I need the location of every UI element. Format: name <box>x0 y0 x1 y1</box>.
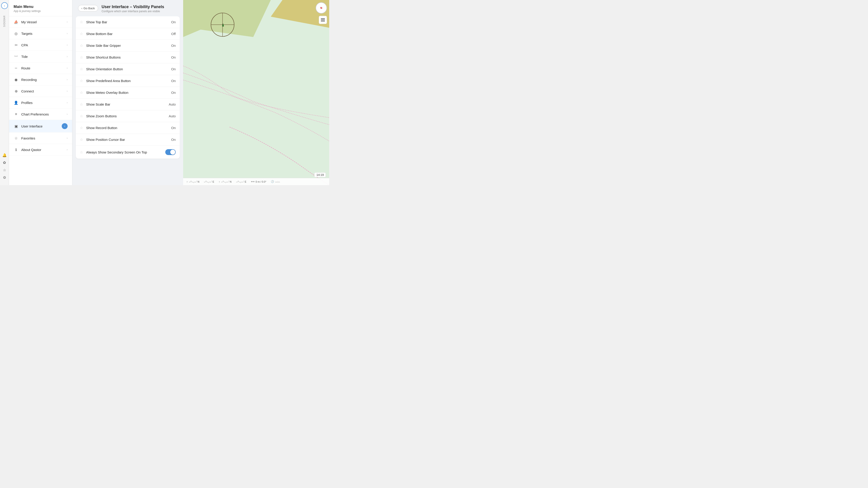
connect-icon: ⊕ <box>13 89 19 94</box>
sidebar-item-tide[interactable]: 〰Tide› <box>9 51 72 62</box>
svg-rect-6 <box>321 21 325 22</box>
show-zoom-buttons-label: Show Zoom Buttons <box>86 114 169 118</box>
sidebar-item-targets[interactable]: ◎Targets› <box>9 28 72 39</box>
show-side-bar-gripper-star-icon[interactable]: ☆ <box>80 43 83 48</box>
bell-icon[interactable]: 🔔 <box>1 152 8 158</box>
svg-rect-4 <box>321 18 325 19</box>
setting-row-show-orientation-button[interactable]: ☆Show Orientation ButtonOn <box>76 63 180 75</box>
sidebar-item-chart-preferences[interactable]: ≡Chart Preferences› <box>9 108 72 120</box>
route-label: Route <box>21 66 67 70</box>
menu-header: Main Menu App & journey settings <box>9 0 72 16</box>
favorites-label: Favorites <box>21 136 67 140</box>
left-menu-panel: Main Menu App & journey settings ⛵My Ves… <box>9 0 72 185</box>
my-vessel-chevron-icon: › <box>67 20 68 24</box>
menu-items-container: ⛵My Vessel›◎Targets›✂CPA›〰Tide›↔Route›◉R… <box>9 16 72 156</box>
show-scale-bar-label: Show Scale Bar <box>86 102 169 106</box>
show-predefined-area-button-value: On <box>171 79 176 83</box>
show-meteo-overlay-button-star-icon[interactable]: ☆ <box>80 90 83 95</box>
show-bottom-bar-label: Show Bottom Bar <box>86 32 171 36</box>
setting-row-show-bottom-bar[interactable]: ☆Show Bottom BarOff <box>76 28 180 40</box>
map-coord-3: ↑ --°--,---' N <box>219 181 231 183</box>
map-layers-button[interactable] <box>319 16 327 24</box>
coord4-value: --°--,---' E <box>236 181 246 183</box>
map-compass[interactable]: N <box>316 2 327 13</box>
my-vessel-icon: ⛵ <box>13 20 19 24</box>
targets-chevron-icon: › <box>67 32 68 35</box>
menu-title: Main Menu <box>13 4 68 9</box>
go-back-chevron: ‹ <box>82 6 82 10</box>
user-interface-active-indicator: › <box>62 123 68 129</box>
center-header: ‹ Go Back User Interface – Visibility Pa… <box>72 0 183 16</box>
coord1-value: --°--,---' N <box>189 181 199 183</box>
cpa-icon: ✂ <box>13 42 19 47</box>
expand-sidebar-button[interactable]: › <box>1 2 8 9</box>
time-value: ---:-- <box>275 181 280 183</box>
map-time: 🕐 ---:-- <box>271 180 280 183</box>
map-coord-2: --°--,---' E <box>204 181 214 183</box>
tide-label: Tide <box>21 55 67 59</box>
show-scale-bar-star-icon[interactable]: ☆ <box>80 102 83 106</box>
sidebar-item-profiles[interactable]: 👤Profiles› <box>9 97 72 108</box>
recording-label: Recording <box>21 78 67 82</box>
setting-row-show-meteo-overlay-button[interactable]: ☆Show Meteo Overlay ButtonOn <box>76 87 180 99</box>
show-zoom-buttons-value: Auto <box>169 114 176 118</box>
profiles-label: Profiles <box>21 101 67 105</box>
targets-icon: ◎ <box>13 31 19 36</box>
chart-preferences-label: Chart Preferences <box>21 112 67 116</box>
coord3-icon: ↑ <box>219 181 220 183</box>
settings-bottom-icon[interactable]: ⚙ <box>1 174 8 181</box>
targets-label: Targets <box>21 32 67 35</box>
setting-row-show-predefined-area-button[interactable]: ☆Show Predefined Area ButtonOn <box>76 75 180 87</box>
setting-row-show-scale-bar[interactable]: ☆Show Scale BarAuto <box>76 99 180 110</box>
show-shortcut-buttons-star-icon[interactable]: ☆ <box>80 55 83 60</box>
coord2-value: --°--,---' E <box>204 181 214 183</box>
star-bottom-icon[interactable]: ☆ <box>1 167 8 173</box>
show-top-bar-label: Show Top Bar <box>86 20 171 24</box>
sidebar-item-cpa[interactable]: ✂CPA› <box>9 39 72 51</box>
always-show-secondary-screen-toggle[interactable] <box>165 149 176 155</box>
tide-icon: 〰 <box>13 54 19 59</box>
setting-row-always-show-secondary-screen[interactable]: ☆Always Show Secondary Screen On Top <box>76 145 180 159</box>
setting-row-show-shortcut-buttons[interactable]: ☆Show Shortcut ButtonsOn <box>76 52 180 63</box>
sidebar-item-user-interface[interactable]: ▣User Interface› <box>9 120 72 132</box>
show-orientation-button-value: On <box>171 67 176 71</box>
show-record-button-star-icon[interactable]: ☆ <box>80 126 83 130</box>
sidebar-label: SIDEBAR <box>3 15 6 27</box>
show-orientation-button-star-icon[interactable]: ☆ <box>80 67 83 71</box>
cpa-label: CPA <box>21 43 67 47</box>
map-canvas: N 14:19 ↑ --°--,---' N --°--,---' E ↑ --… <box>183 0 329 185</box>
setting-row-show-record-button[interactable]: ☆Show Record ButtonOn <box>76 122 180 134</box>
show-bottom-bar-star-icon[interactable]: ☆ <box>80 32 83 36</box>
show-predefined-area-button-label: Show Predefined Area Button <box>86 79 171 83</box>
connect-label: Connect <box>21 89 67 93</box>
sidebar-item-about-qastor[interactable]: ℹAbout Qastor› <box>9 144 72 156</box>
show-top-bar-value: On <box>171 20 176 24</box>
show-record-button-value: On <box>171 126 176 130</box>
setting-row-show-top-bar[interactable]: ☆Show Top BarOn <box>76 16 180 28</box>
sidebar-item-recording[interactable]: ◉Recording› <box>9 74 72 86</box>
show-predefined-area-button-star-icon[interactable]: ☆ <box>80 79 83 83</box>
svg-rect-5 <box>321 20 325 20</box>
setting-row-show-side-bar-gripper[interactable]: ☆Show Side Bar GripperOn <box>76 40 180 52</box>
sidebar-item-favorites[interactable]: ☆Favorites› <box>9 132 72 144</box>
show-top-bar-star-icon[interactable]: ☆ <box>80 20 83 24</box>
show-scale-bar-value: Auto <box>169 102 176 106</box>
show-orientation-button-label: Show Orientation Button <box>86 67 171 71</box>
sidebar-item-my-vessel[interactable]: ⛵My Vessel› <box>9 16 72 28</box>
setting-row-show-zoom-buttons[interactable]: ☆Show Zoom ButtonsAuto <box>76 110 180 122</box>
show-position-cursor-bar-star-icon[interactable]: ☆ <box>80 137 83 142</box>
flower-icon[interactable]: ✿ <box>1 159 8 166</box>
sidebar-item-connect[interactable]: ⊕Connect› <box>9 86 72 97</box>
route-chevron-icon: › <box>67 66 68 70</box>
tide-chevron-icon: › <box>67 55 68 58</box>
always-show-secondary-screen-label: Always Show Secondary Screen On Top <box>86 150 165 154</box>
sidebar-item-route[interactable]: ↔Route› <box>9 62 72 74</box>
map-area: N 14:19 ↑ --°--,---' N --°--,---' E ↑ --… <box>183 0 329 185</box>
always-show-secondary-screen-star-icon[interactable]: ☆ <box>80 150 83 154</box>
chart-preferences-icon: ≡ <box>13 112 19 117</box>
recording-chevron-icon: › <box>67 78 68 81</box>
setting-row-show-position-cursor-bar[interactable]: ☆Show Position Cursor BarOn <box>76 134 180 145</box>
show-zoom-buttons-star-icon[interactable]: ☆ <box>80 114 83 118</box>
sidebar-strip: › SIDEBAR 🔔 ✿ ☆ ⚙ <box>0 0 9 185</box>
go-back-button[interactable]: ‹ Go Back <box>78 5 98 11</box>
